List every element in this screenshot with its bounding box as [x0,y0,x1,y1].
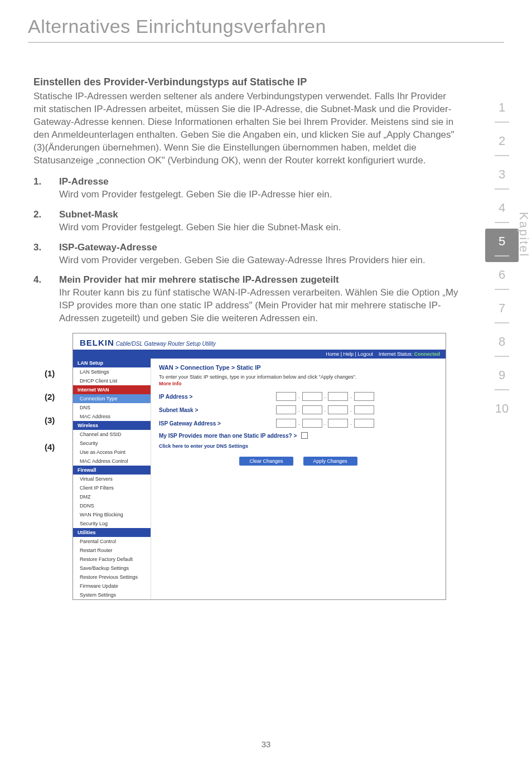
nav-mac-address[interactable]: MAC Address [73,412,151,421]
multi-ip-label: My ISP Provides more than one Static IP … [159,433,297,439]
belkin-logo: BELKIN [80,338,114,347]
gateway-inputs: . . . [276,419,374,428]
nav-parental[interactable]: Parental Control [73,537,151,546]
status-label: Internet Status: [379,351,413,357]
screenshot-container: (1) (2) (3) (4) BELKIN Cable/DSL Gateway… [45,333,460,600]
gateway-label: ISP Gateway Address > [159,420,276,427]
callouts: (1) (2) (3) (4) [45,333,72,600]
list-item-3: 3. ISP-Gateway-Adresse Wird vom Provider… [33,242,460,267]
nav-access-point[interactable]: Use as Access Point [73,448,151,457]
item-title: Subnet-Mask [59,209,460,220]
multi-ip-row: My ISP Provides more than one Static IP … [159,432,438,439]
item-text: Wird vom Provider vergeben. Geben Sie di… [59,254,460,267]
router-header: BELKIN Cable/DSL Gateway Router Setup Ut… [73,333,446,350]
chapter-tab-6[interactable]: 6 [485,262,519,296]
chapter-tab-3[interactable]: 3 [485,162,519,195]
nav-mac-control[interactable]: MAC Address Control [73,457,151,466]
nav-dns[interactable]: DNS [73,403,151,412]
belkin-subtitle: Cable/DSL Gateway Router Setup Utility [116,341,216,347]
gateway-octet-3[interactable] [328,419,348,428]
breadcrumb: WAN > Connection Type > Static IP [159,364,438,371]
intro-paragraph: Statische IP-Adressen werden seltener al… [33,90,460,167]
chapter-tab-8[interactable]: 8 [485,329,519,362]
clear-changes-button[interactable]: Clear Changes [239,457,293,466]
gateway-octet-2[interactable] [302,419,322,428]
item-text: Ihr Router kann bis zu fünf statische WA… [59,287,460,325]
chapter-tab-2[interactable]: 2 [485,128,519,162]
nav-virtual-servers[interactable]: Virtual Servers [73,475,151,483]
chapter-tab-10[interactable]: 10 [485,396,519,422]
chapter-tab-4[interactable]: 4 [485,195,519,229]
apply-changes-button[interactable]: Apply Changes [303,457,357,466]
nav-head-wan[interactable]: Internet WAN [73,385,151,394]
item-number: 2. [33,209,59,234]
nav-restore-prev[interactable]: Restore Previous Settings [73,573,151,582]
multi-ip-checkbox[interactable] [301,432,308,439]
ip-octet-4[interactable] [354,392,374,401]
callout-3: (3) [45,415,55,425]
item-text: Wird vom Provider festgelegt. Geben Sie … [59,188,460,201]
gateway-octet-1[interactable] [276,419,296,428]
ip-octet-2[interactable] [302,392,322,401]
item-title: ISP-Gateway-Adresse [59,242,460,253]
section-heading: Einstellen des Provider-Verbindungstyps … [33,76,460,88]
chapter-tab-5[interactable]: 5 [485,229,519,262]
router-screenshot: BELKIN Cable/DSL Gateway Router Setup Ut… [72,333,446,600]
dns-link[interactable]: Click here to enter your DNS Settings [159,443,438,449]
item-text: Wird vom Provider festgelegt. Geben Sie … [59,221,460,234]
kapitel-label: Kapitel [516,212,531,257]
chapter-tab-9[interactable]: 9 [485,362,519,396]
subnet-octet-1[interactable] [276,405,296,414]
page-title: Alternatives Einrichtungsverfahren [0,0,532,42]
nav-head-utilities[interactable]: Utilities [73,528,151,537]
subnet-row: Subnet Mask > . . . [159,405,438,414]
router-main-panel: WAN > Connection Type > Static IP To ent… [151,359,446,599]
title-underline [28,42,504,43]
nav-head-lan[interactable]: LAN Setup [73,359,151,367]
item-number: 4. [33,274,59,325]
nav-restore-factory[interactable]: Restore Factory Default [73,555,151,564]
nav-head-wireless[interactable]: Wireless [73,421,151,430]
subnet-octet-3[interactable] [328,405,348,414]
item-title: Mein Provider hat mir mehrere statische … [59,274,460,285]
item-number: 1. [33,176,59,201]
nav-ddns[interactable]: DDNS [73,501,151,510]
nav-security[interactable]: Security [73,439,151,448]
nav-security-log[interactable]: Security Log [73,519,151,528]
nav-channel-ssid[interactable]: Channel and SSID [73,430,151,439]
router-nav: LAN Setup LAN Settings DHCP Client List … [73,359,151,599]
nav-restart[interactable]: Restart Router [73,546,151,555]
nav-dhcp-client[interactable]: DHCP Client List [73,376,151,385]
nav-system-settings[interactable]: System Settings [73,590,151,599]
callout-2: (2) [45,392,55,401]
subnet-inputs: . . . [276,405,374,414]
chapter-tab-1[interactable]: 1 [485,95,519,128]
nav-client-filters[interactable]: Client IP Filters [73,483,151,492]
ip-octet-3[interactable] [328,392,348,401]
nav-connection-type[interactable]: Connection Type [73,394,151,403]
nav-firmware[interactable]: Firmware Update [73,582,151,590]
chapter-tab-7[interactable]: 7 [485,296,519,329]
nav-dmz[interactable]: DMZ [73,492,151,501]
nav-head-firewall[interactable]: Firewall [73,466,151,475]
chapter-tabs: 1 2 3 4 5 6 7 8 9 10 [485,95,519,422]
ip-address-label: IP Address > [159,394,276,400]
ip-address-row: IP Address > . . . [159,392,438,401]
gateway-octet-4[interactable] [354,419,374,428]
more-info-link[interactable]: More Info [159,381,438,386]
page-number: 33 [0,739,532,749]
nav-wan-ping[interactable]: WAN Ping Blocking [73,510,151,519]
nav-lan-settings[interactable]: LAN Settings [73,367,151,376]
subnet-octet-4[interactable] [354,405,374,414]
status-value: Connected [414,351,440,357]
ip-octet-1[interactable] [276,392,296,401]
list-item-1: 1. IP-Adresse Wird vom Provider festgele… [33,176,460,201]
list-item-4: 4. Mein Provider hat mir mehrere statisc… [33,274,460,325]
callout-4: (4) [45,442,55,452]
item-title: IP-Adresse [59,176,460,187]
nav-save-backup[interactable]: Save/Backup Settings [73,564,151,573]
status-links[interactable]: Home | Help | Logout [326,351,373,357]
instruction-text: To enter your Static IP settings, type i… [159,374,438,380]
subnet-octet-2[interactable] [302,405,322,414]
router-status-bar: Home | Help | Logout Internet Status: Co… [73,350,446,359]
